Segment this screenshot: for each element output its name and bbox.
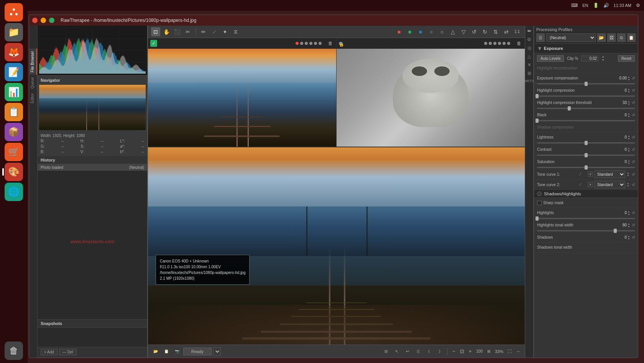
undo-btn[interactable]: ↩ — [403, 347, 412, 356]
lightness-slider[interactable] — [537, 142, 635, 144]
flip-v-tool[interactable]: ⇅ — [491, 27, 500, 36]
tc1-up[interactable]: ▲ — [627, 172, 629, 174]
triangle2-tool[interactable]: ▽ — [459, 27, 468, 36]
black-reset[interactable]: ↺ — [632, 113, 635, 117]
highlights-slider[interactable] — [537, 218, 635, 219]
shadows-reset[interactable]: ↺ — [632, 235, 635, 239]
clip-up[interactable]: ▲ — [601, 55, 605, 58]
saturation-down[interactable]: ▼ — [628, 162, 630, 165]
hand-tool[interactable]: ✋ — [162, 27, 171, 36]
cursor-btn[interactable]: ↖ — [392, 347, 401, 356]
profile-portrait-btn[interactable]: 🖼 — [607, 33, 616, 42]
flip-h-tool[interactable]: ⇄ — [502, 27, 511, 36]
hc-up[interactable]: ▲ — [628, 88, 630, 91]
camera-button[interactable]: 📷 — [172, 347, 182, 356]
hc-slider[interactable] — [537, 96, 635, 97]
zoom-100-tool[interactable]: 1:1 — [513, 27, 522, 36]
hct-reset[interactable]: ↺ — [632, 101, 635, 105]
chrome-icon[interactable]: 🌐 — [5, 183, 23, 201]
circle-tool[interactable]: ○ — [437, 27, 447, 36]
panel-delete-right[interactable]: 🗑 — [516, 40, 522, 47]
sharp-mask-checkbox[interactable] — [537, 201, 542, 205]
contrast-down[interactable]: ▼ — [628, 150, 630, 152]
color-blue-btn[interactable]: ■ — [416, 27, 425, 36]
saturation-reset[interactable]: ↺ — [632, 160, 635, 164]
hc-reset[interactable]: ↺ — [632, 88, 635, 92]
htw-reset[interactable]: ↺ — [632, 223, 635, 227]
profile-paste-btn[interactable]: 📋 — [627, 33, 636, 42]
zoom-expand-button[interactable]: ↔ — [515, 348, 522, 354]
exposure-section-header[interactable]: ▼ Exposure — [534, 44, 638, 53]
layout-btn[interactable]: ⊟ — [381, 347, 391, 356]
tab-file-browser[interactable]: File Browser — [29, 49, 37, 75]
lightness-up[interactable]: ▲ — [628, 135, 630, 137]
triangle-tool[interactable]: △ — [448, 27, 457, 36]
tc2-down[interactable]: ▼ — [627, 185, 629, 187]
history-item-0[interactable]: Photo loaded (Neutral) — [38, 164, 147, 171]
next-btn[interactable]: ⟩ — [435, 347, 444, 356]
saturation-slider[interactable] — [537, 167, 635, 168]
view-mode-select[interactable]: ▼ — [213, 347, 221, 356]
panel-delete-left[interactable]: 🗑 — [327, 40, 334, 47]
shadows-down[interactable]: ▼ — [628, 238, 630, 240]
del-snapshot-button[interactable]: — Del — [59, 349, 77, 355]
tc1-select[interactable]: Standard — [595, 170, 625, 178]
clip-input[interactable] — [581, 56, 598, 61]
clip-down[interactable]: ▼ — [601, 58, 605, 62]
right-icon-5[interactable]: ✕ — [526, 61, 532, 69]
add-snapshot-button[interactable]: + Add — [41, 349, 58, 355]
right-icon-4[interactable]: △ — [526, 53, 532, 60]
prev-btn[interactable]: ⟨ — [424, 347, 434, 356]
tc1-reset[interactable]: ↺ — [632, 172, 635, 177]
panel-check-left[interactable]: ✓ — [150, 40, 157, 47]
highlights-up[interactable]: ▲ — [628, 210, 630, 213]
pencil-tool[interactable]: ✏ — [199, 27, 208, 36]
htw-down[interactable]: ▼ — [628, 225, 630, 228]
highlights-down[interactable]: ▼ — [628, 213, 630, 216]
libreoffice-writer-icon[interactable]: 📝 — [5, 63, 23, 81]
right-icon-6[interactable]: ⊞ — [526, 69, 532, 77]
hc-down[interactable]: ▼ — [628, 91, 630, 93]
zoom-100-button[interactable]: 100 — [475, 348, 484, 354]
clipboard-button[interactable]: 📋 — [162, 347, 171, 356]
zoom-in-button[interactable]: + — [467, 348, 473, 355]
rawtherapee-icon[interactable]: 🎨 — [5, 163, 23, 181]
tab-editor[interactable]: Editor — [29, 91, 37, 106]
tc1-type-icon[interactable]: ▼ — [588, 172, 593, 177]
contrast-slider[interactable] — [537, 155, 635, 156]
hct-up[interactable]: ▲ — [628, 100, 630, 103]
clone-tool[interactable]: ✦ — [220, 27, 230, 36]
saturation-up[interactable]: ▲ — [628, 159, 630, 162]
profile-select[interactable]: (Neutral) — [546, 33, 596, 42]
htw-up[interactable]: ▲ — [628, 223, 630, 225]
rotate-cw-tool[interactable]: ↻ — [480, 27, 490, 36]
sys-settings-icon[interactable]: ⚙ — [636, 3, 640, 8]
reset-button[interactable]: Reset — [618, 55, 635, 62]
auto-levels-button[interactable]: Auto Levels — [537, 55, 564, 62]
contrast-up[interactable]: ▲ — [628, 147, 630, 150]
right-icon-3[interactable]: ◎ — [526, 44, 532, 52]
ubuntu-icon[interactable] — [5, 3, 23, 21]
trash-icon[interactable]: 🗑 — [5, 342, 23, 360]
color-green-btn[interactable]: ■ — [405, 27, 414, 36]
libreoffice-impress-icon[interactable]: 📋 — [5, 103, 23, 121]
tab-queue[interactable]: Queue — [29, 75, 37, 91]
highlights-reset[interactable]: ↺ — [632, 211, 635, 215]
right-icon-2[interactable]: ⚙ — [526, 36, 532, 43]
minimize-button[interactable] — [41, 18, 46, 23]
firefox-icon[interactable]: 🦊 — [5, 43, 23, 61]
straighten-tool[interactable]: ⟋ — [210, 27, 219, 36]
htw-slider[interactable] — [537, 230, 635, 231]
hct-down[interactable]: ▼ — [628, 103, 630, 106]
maximize-button[interactable] — [49, 18, 54, 23]
app6-icon[interactable]: 📦 — [5, 123, 23, 141]
zoom-out-button[interactable]: − — [451, 348, 457, 355]
rotate-ccw-tool[interactable]: ↺ — [470, 27, 479, 36]
profile-copy-btn[interactable]: ⧉ — [617, 33, 626, 42]
lightness-down[interactable]: ▼ — [628, 137, 630, 140]
tc2-up[interactable]: ▲ — [627, 182, 629, 185]
color-red-btn[interactable]: ■ — [394, 27, 404, 36]
ec-reset[interactable]: ↺ — [632, 76, 635, 80]
shadows-up[interactable]: ▲ — [628, 235, 630, 238]
filter-tool[interactable]: ⧖ — [231, 27, 240, 36]
